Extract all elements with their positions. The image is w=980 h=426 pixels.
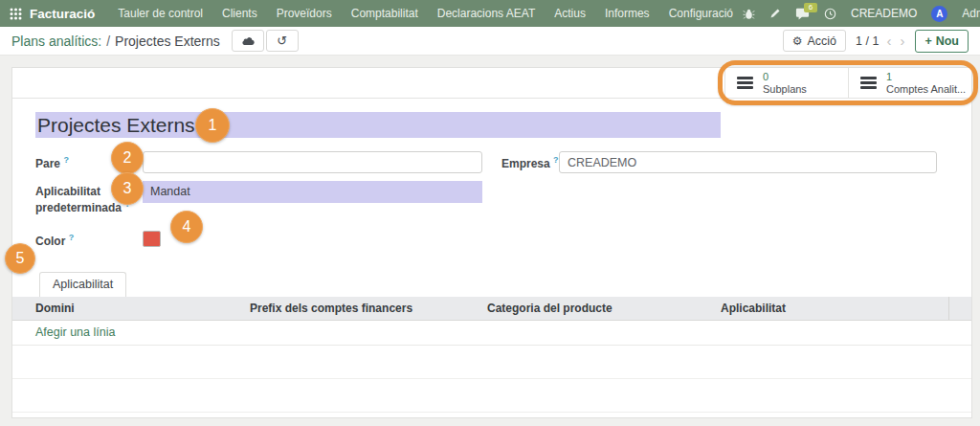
edit-pencil-icon[interactable] — [769, 8, 781, 19]
subplans-count: 0 — [763, 71, 807, 83]
app-name[interactable]: Facturació — [30, 7, 95, 21]
messages-chat-icon[interactable]: 6 — [795, 8, 810, 20]
navbar-left: Facturació Tauler de control Clients Pro… — [10, 0, 743, 27]
debug-bug-icon[interactable] — [743, 8, 755, 20]
smart-button-box: 0 Subplans 1 Comptes Analit... — [724, 68, 971, 98]
comptes-label: Comptes Analit... — [886, 83, 966, 96]
nav-item-actius[interactable]: Actius — [545, 0, 595, 27]
form-button-strip: 0 Subplans 1 Comptes Analit... — [12, 68, 971, 99]
breadcrumb: Plans analítics: / Projectes Externs ↺ — [11, 30, 299, 52]
pager-value: 1 / 1 — [856, 34, 879, 48]
comptes-count: 1 — [886, 71, 966, 83]
color-label: Color — [35, 235, 65, 248]
pare-input[interactable] — [143, 151, 482, 173]
nav-item-configuracio[interactable]: Configuració — [659, 0, 743, 27]
nav-item-proveidors[interactable]: Proveïdors — [267, 0, 342, 27]
column-header-extra — [948, 297, 971, 320]
help-icon: ? — [63, 155, 69, 165]
record-save-discard-group: ↺ — [232, 30, 299, 52]
nav-item-declaracions-aeat[interactable]: Declaracions AEAT — [428, 0, 546, 27]
navbar-right: 6 CREADEMO A Administrator (creademo) — [743, 6, 980, 22]
apps-grid-icon[interactable] — [10, 8, 22, 20]
field-row-aplicabilitat: Aplicabilitat predeterminada ? Mandat — [35, 181, 482, 215]
nav-item-comptabilitat[interactable]: Comptabilitat — [342, 0, 428, 27]
list-header: Domini Prefix dels comptes financers Cat… — [12, 297, 971, 321]
help-icon: ? — [124, 199, 130, 209]
user-menu[interactable]: Administrator (creademo) — [962, 7, 980, 20]
tab-aplicabilitat[interactable]: Aplicabilitat — [39, 272, 126, 297]
notebook-tabs: Aplicabilitat — [12, 272, 971, 297]
undo-icon: ↺ — [277, 34, 287, 47]
help-icon: ? — [69, 233, 75, 242]
empty-list-row — [12, 379, 971, 413]
add-line-link[interactable]: Afegir una línia — [12, 321, 971, 346]
chevron-right-icon[interactable]: › — [899, 34, 905, 48]
empresa-label: Empresa — [501, 157, 550, 170]
pare-label: Pare — [35, 157, 60, 170]
aplicabilitat-select[interactable]: Mandat — [143, 181, 482, 203]
subplans-label: Subplans — [763, 83, 807, 96]
message-count-badge: 6 — [804, 3, 817, 12]
empresa-input[interactable]: CREADEMO — [559, 151, 937, 173]
record-title-input[interactable]: Projectes Externs — [35, 112, 721, 138]
breadcrumb-root-link[interactable]: Plans analítics: — [11, 34, 101, 49]
chevron-left-icon[interactable]: ‹ — [885, 34, 892, 48]
column-header-prefix[interactable]: Prefix dels comptes financers — [250, 302, 487, 315]
smart-button-comptes-analitics[interactable]: 1 Comptes Analit... — [848, 68, 971, 98]
save-button[interactable] — [232, 30, 264, 52]
column-header-categoria[interactable]: Categoria del producte — [487, 302, 721, 315]
field-row-color: Color ? — [35, 229, 482, 249]
nav-item-informes[interactable]: Informes — [595, 0, 659, 27]
form-sheet: Projectes Externs Pare ? Aplicabilitat p… — [12, 99, 971, 257]
action-button[interactable]: ⚙ Acció — [783, 30, 846, 52]
nav-item-clients[interactable]: Clients — [212, 0, 267, 27]
gear-icon: ⚙ — [792, 35, 803, 47]
empty-list-row — [12, 346, 971, 379]
field-column-right: Empresa ? CREADEMO — [501, 151, 948, 257]
user-avatar[interactable]: A — [931, 6, 947, 22]
activities-clock-icon[interactable] — [824, 8, 836, 20]
new-button[interactable]: + Nou — [915, 30, 969, 53]
control-panel: Plans analítics: / Projectes Externs ↺ ⚙… — [0, 27, 980, 56]
cloud-save-icon — [241, 35, 255, 46]
color-swatch[interactable] — [143, 231, 161, 247]
column-header-aplicabilitat[interactable]: Aplicabilitat — [721, 302, 948, 315]
top-navbar: Facturació Tauler de control Clients Pro… — [0, 0, 980, 27]
smart-button-subplans[interactable]: 0 Subplans — [724, 68, 848, 98]
help-icon: ? — [553, 155, 559, 165]
new-button-label: Nou — [936, 34, 959, 48]
discard-button[interactable]: ↺ — [266, 30, 299, 52]
form-card: 0 Subplans 1 Comptes Analit... Projectes… — [11, 67, 972, 418]
control-panel-right: ⚙ Acció 1 / 1 ‹ › + Nou — [783, 30, 969, 53]
action-button-label: Acció — [807, 34, 836, 48]
aplicabilitat-label: Aplicabilitat predeterminada — [35, 185, 122, 214]
field-grid: Pare ? Aplicabilitat predeterminada ? Ma… — [35, 151, 948, 257]
column-header-domini[interactable]: Domini — [12, 302, 250, 315]
pager: 1 / 1 ‹ › — [856, 34, 905, 48]
breadcrumb-current: Projectes Externs — [115, 34, 220, 49]
breadcrumb-separator: / — [106, 34, 110, 49]
company-switcher[interactable]: CREADEMO — [851, 7, 917, 20]
field-row-pare: Pare ? — [35, 151, 482, 173]
field-column-left: Pare ? Aplicabilitat predeterminada ? Ma… — [35, 151, 482, 257]
nav-item-tauler[interactable]: Tauler de control — [108, 0, 212, 27]
empty-list-row — [12, 413, 971, 418]
field-row-empresa: Empresa ? CREADEMO — [501, 151, 948, 173]
hamburger-icon — [737, 77, 753, 89]
hamburger-icon — [860, 77, 877, 89]
plus-icon: + — [924, 34, 931, 48]
